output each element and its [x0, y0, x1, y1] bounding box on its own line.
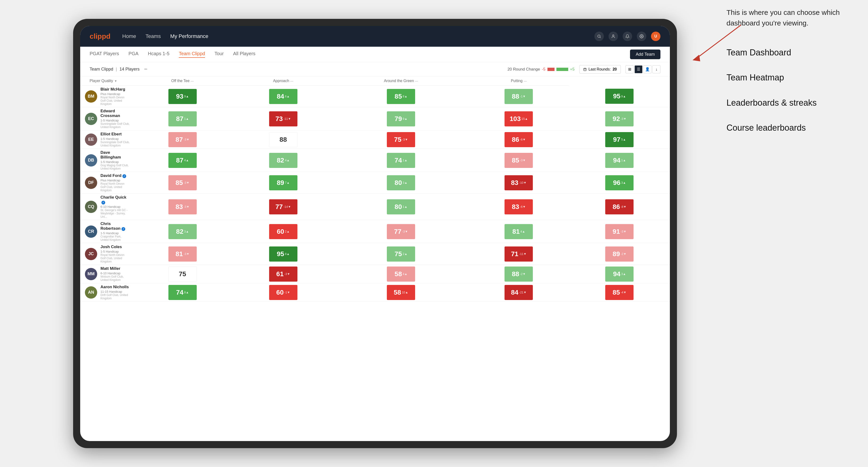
view-grid-button[interactable]: ⊞ — [625, 65, 633, 73]
score-change: -3▼ — [621, 230, 626, 233]
score-value: 88 — [269, 132, 298, 147]
player-name: Elliot Ebert — [100, 132, 130, 136]
table-row[interactable]: EE Elliot Ebert 1-5 Handicap Sunningdale… — [80, 130, 670, 149]
bell-icon[interactable] — [623, 32, 632, 41]
sub-nav-links: PGAT Players PGA Hcaps 1-5 Team Clippd T… — [90, 51, 630, 58]
score-change: 6▲ — [285, 95, 290, 98]
score-cell-aroundGreen: 103 15▲ — [468, 107, 569, 130]
sub-nav-pgat[interactable]: PGAT Players — [90, 51, 119, 58]
player-name: David Ford✓ — [100, 173, 130, 178]
player-cell-5: CQ Charlie Quick✓ 6-10 Handicap St. Geor… — [80, 194, 132, 220]
score-cell-aroundGreen: 81 4▲ — [468, 220, 569, 243]
annotation-item-2: Leaderboards & streaks — [726, 93, 849, 113]
edit-icon[interactable]: ✏ — [144, 67, 148, 71]
col-offtee[interactable]: Off the Tee — — [132, 76, 233, 86]
nav-link-teams[interactable]: Teams — [146, 33, 161, 39]
score-change: 10▲ — [402, 291, 408, 294]
tablet-frame: clippd Home Teams My Performance — [73, 19, 677, 448]
search-icon[interactable] — [594, 32, 604, 41]
add-team-button[interactable]: Add Team — [630, 50, 660, 59]
score-change: 3▲ — [621, 272, 626, 276]
score-cell-approach: 79 9▲ — [334, 107, 468, 130]
score-change: 2▲ — [285, 230, 290, 233]
avatar: BM — [85, 90, 97, 102]
last-rounds-button[interactable]: Last Rounds: 20 — [579, 65, 621, 73]
nav-link-myperformance[interactable]: My Performance — [170, 33, 208, 39]
score-cell-approach: 75 2▲ — [334, 243, 468, 265]
table-row[interactable]: DB Dave Billingham 1-5 Handicap Gog Mago… — [80, 149, 670, 172]
score-change: -3▼ — [184, 181, 189, 184]
score-cell-offTee: 84 6▲ — [233, 86, 334, 107]
avatar: EE — [85, 133, 97, 146]
player-info: EC Edward Crossman 1-5 Handicap Sunningd… — [85, 109, 130, 129]
score-change: -1▼ — [284, 291, 290, 294]
col-aroundgreen[interactable]: Around the Green — — [334, 76, 468, 86]
score-value: 87 4▲ — [168, 153, 197, 168]
player-name: Edward Crossman — [100, 109, 130, 118]
player-handicap: 6-10 Handicap — [100, 205, 130, 209]
score-value: 60 -1▼ — [269, 285, 298, 300]
score-cell-offTee: 89 7▲ — [233, 172, 334, 194]
annotation-item-3: Course leaderboards — [726, 118, 849, 138]
player-handicap: 1-5 Handicap — [100, 119, 130, 122]
player-info: DB Dave Billingham 1-5 Handicap Gog Mago… — [85, 150, 130, 170]
col-player[interactable]: Player Quality ▼ — [80, 76, 132, 86]
player-handicap: Plus Handicap — [100, 179, 130, 182]
table-row[interactable]: JC Josh Coles 1-5 Handicap Royal North D… — [80, 243, 670, 265]
col-approach[interactable]: Approach — — [233, 76, 334, 86]
score-change: -11▼ — [519, 252, 527, 255]
player-info: CR Chris Robertson✓ 1-5 Handicap Craigmi… — [85, 221, 130, 242]
sub-nav-allplayers[interactable]: All Players — [233, 51, 255, 58]
player-handicap: 1-5 Handicap — [100, 137, 130, 141]
score-cell-approach: 74 1▲ — [334, 149, 468, 172]
top-navigation: clippd Home Teams My Performance — [80, 26, 670, 47]
player-cell-7: JC Josh Coles 1-5 Handicap Royal North D… — [80, 243, 132, 265]
col-sort-aroundgreen: — — [415, 79, 418, 83]
nav-link-home[interactable]: Home — [122, 33, 136, 39]
player-name: Blair McHarg — [100, 87, 130, 92]
player-name: Josh Coles — [100, 245, 130, 249]
sub-nav-hcaps[interactable]: Hcaps 1-5 — [148, 51, 169, 58]
sub-nav-pga[interactable]: PGA — [129, 51, 138, 58]
person-icon[interactable] — [609, 32, 618, 41]
score-value: 83 -10▼ — [504, 175, 533, 190]
table-row[interactable]: CR Chris Robertson✓ 1-5 Handicap Craigmi… — [80, 220, 670, 243]
table-row[interactable]: BM Blair McHarg Plus Handicap Royal Nort… — [80, 86, 670, 107]
player-details: Chris Robertson✓ 1-5 Handicap Craigmilla… — [100, 221, 130, 242]
sub-nav-teamclippd[interactable]: Team Clippd — [179, 51, 205, 58]
score-cell-putting: 91 -3▼ — [569, 220, 670, 243]
table-row[interactable]: MM Matt Miller 6-10 Handicap Woburn Golf… — [80, 265, 670, 283]
table-row[interactable]: DF David Ford✓ Plus Handicap Royal North… — [80, 172, 670, 194]
score-value: 85 -3▼ — [168, 175, 197, 190]
score-cell-quality: 74 8▲ — [132, 283, 233, 302]
col-putting[interactable]: Putting — — [468, 76, 569, 86]
player-cell-4: DF David Ford✓ Plus Handicap Royal North… — [80, 172, 132, 194]
score-value: 86 -6▼ — [504, 132, 533, 147]
score-value: 73 -11▼ — [269, 111, 298, 126]
score-value: 84 6▲ — [269, 89, 298, 104]
score-cell-quality: 85 -3▼ — [132, 172, 233, 194]
table-row[interactable]: EC Edward Crossman 1-5 Handicap Sunningd… — [80, 107, 670, 130]
player-name: Aaron Nicholls — [100, 285, 130, 289]
avatar-icon[interactable]: U — [651, 32, 660, 41]
view-download-button[interactable]: ↓ — [652, 65, 660, 73]
settings-icon[interactable] — [637, 32, 646, 41]
score-change: 4▲ — [520, 230, 525, 233]
player-club: Sunningdale Golf Club, United Kingdom — [100, 122, 130, 129]
player-handicap: 1-5 Handicap — [100, 231, 130, 235]
player-details: Josh Coles 1-5 Handicap Royal North Devo… — [100, 245, 130, 263]
score-cell-approach: 77 -3▼ — [334, 220, 468, 243]
player-cell-9: AN Aaron Nicholls 11-15 Handicap Drift G… — [80, 283, 132, 302]
table-row[interactable]: AN Aaron Nicholls 11-15 Handicap Drift G… — [80, 283, 670, 302]
score-value: 92 -3▼ — [605, 111, 633, 126]
table-row[interactable]: CQ Charlie Quick✓ 6-10 Handicap St. Geor… — [80, 194, 670, 220]
player-details: Aaron Nicholls 11-15 Handicap Drift Golf… — [100, 285, 130, 300]
col-sort-approach: — — [290, 79, 293, 83]
view-person-button[interactable]: 👤 — [644, 65, 651, 73]
score-cell-aroundGreen: 88 -2▼ — [468, 265, 569, 283]
sub-nav-tour[interactable]: Tour — [214, 51, 224, 58]
view-table-button[interactable]: ☰ — [634, 65, 643, 73]
score-change: -3▼ — [184, 205, 189, 208]
score-change: 3▲ — [184, 230, 189, 233]
score-value: 82 3▲ — [168, 224, 197, 239]
